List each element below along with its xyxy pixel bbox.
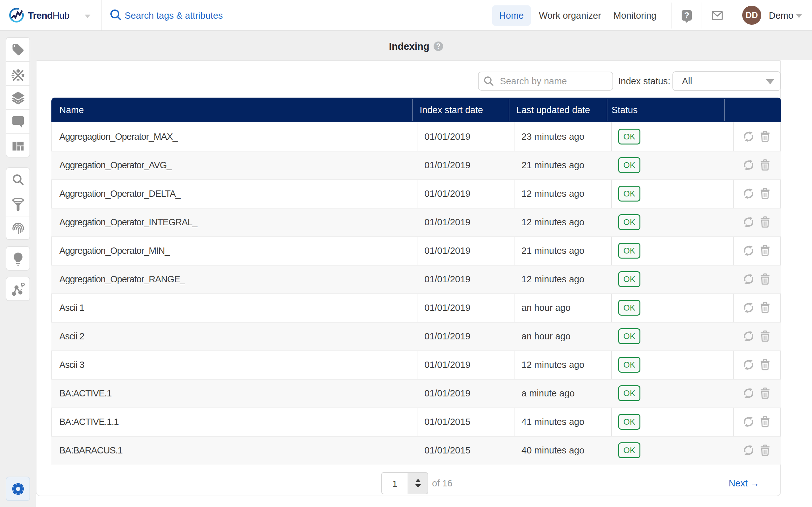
svg-text:?: ? (684, 11, 690, 20)
